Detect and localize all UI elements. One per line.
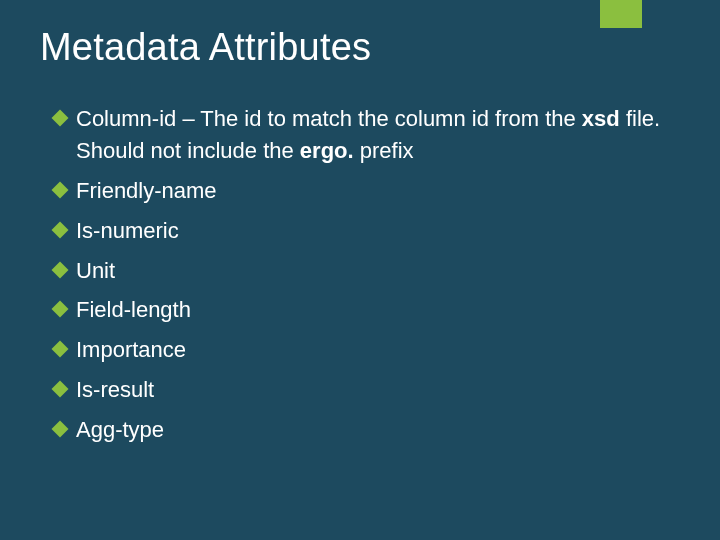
- bullet-icon: [52, 261, 69, 278]
- bullet-text: Unit: [76, 258, 115, 283]
- slide-container: Metadata Attributes Column-id – The id t…: [0, 0, 720, 446]
- bullet-icon: [52, 421, 69, 438]
- bullet-text: Importance: [76, 337, 186, 362]
- bullet-text-bold: xsd: [582, 106, 620, 131]
- bullet-text: Friendly-name: [76, 178, 217, 203]
- bullet-text: – The id to match the column id from the: [176, 106, 582, 131]
- bullet-icon: [52, 181, 69, 198]
- accent-bar: [600, 0, 642, 28]
- bullet-text: Field-length: [76, 297, 191, 322]
- slide-title: Metadata Attributes: [40, 26, 680, 69]
- bullet-text: Column-id: [76, 106, 176, 131]
- bullet-text-bold: ergo.: [300, 138, 354, 163]
- list-item: Importance: [54, 334, 680, 366]
- list-item: Friendly-name: [54, 175, 680, 207]
- list-item: Agg-type: [54, 414, 680, 446]
- bullet-text: Is-numeric: [76, 218, 179, 243]
- list-item: Is-result: [54, 374, 680, 406]
- bullet-icon: [52, 381, 69, 398]
- bullet-icon: [52, 221, 69, 238]
- list-item: Field-length: [54, 294, 680, 326]
- bullet-icon: [52, 301, 69, 318]
- list-item: Is-numeric: [54, 215, 680, 247]
- bullet-icon: [52, 341, 69, 358]
- list-item: Unit: [54, 255, 680, 287]
- bullet-text: prefix: [354, 138, 414, 163]
- bullet-text: Agg-type: [76, 417, 164, 442]
- list-item: Column-id – The id to match the column i…: [54, 103, 680, 167]
- bullet-text: Is-result: [76, 377, 154, 402]
- bullet-list: Column-id – The id to match the column i…: [40, 103, 680, 446]
- bullet-icon: [52, 110, 69, 127]
